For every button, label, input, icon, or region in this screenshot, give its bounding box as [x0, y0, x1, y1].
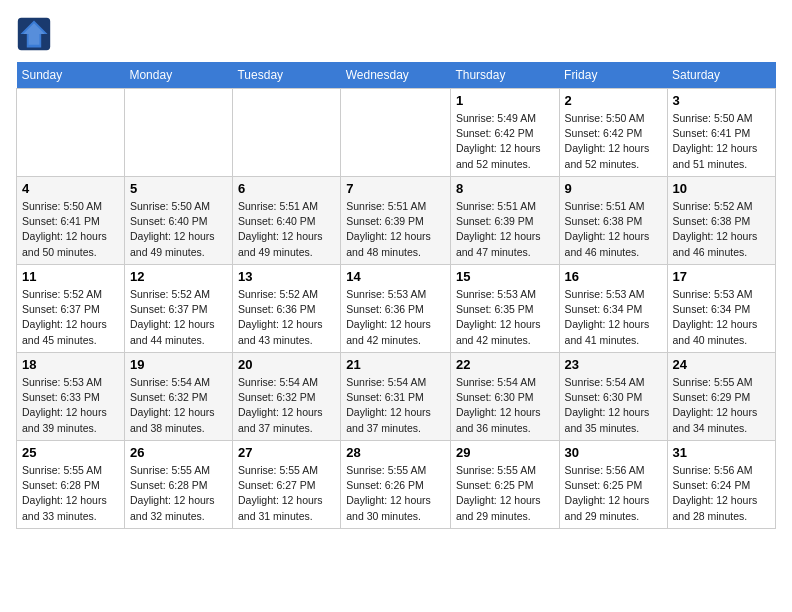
dow-header: Saturday — [667, 62, 776, 89]
day-info: Sunrise: 5:51 AM Sunset: 6:39 PM Dayligh… — [456, 199, 554, 260]
day-info: Sunrise: 5:54 AM Sunset: 6:30 PM Dayligh… — [565, 375, 662, 436]
page-header — [16, 16, 776, 52]
calendar-week: 1Sunrise: 5:49 AM Sunset: 6:42 PM Daylig… — [17, 89, 776, 177]
calendar-cell — [341, 89, 451, 177]
day-number: 8 — [456, 181, 554, 196]
day-number: 2 — [565, 93, 662, 108]
calendar-cell: 20Sunrise: 5:54 AM Sunset: 6:32 PM Dayli… — [232, 353, 340, 441]
calendar-cell — [124, 89, 232, 177]
day-info: Sunrise: 5:52 AM Sunset: 6:36 PM Dayligh… — [238, 287, 335, 348]
day-number: 22 — [456, 357, 554, 372]
day-number: 23 — [565, 357, 662, 372]
day-number: 4 — [22, 181, 119, 196]
calendar-cell: 19Sunrise: 5:54 AM Sunset: 6:32 PM Dayli… — [124, 353, 232, 441]
calendar-cell: 9Sunrise: 5:51 AM Sunset: 6:38 PM Daylig… — [559, 177, 667, 265]
day-info: Sunrise: 5:53 AM Sunset: 6:33 PM Dayligh… — [22, 375, 119, 436]
calendar-cell: 4Sunrise: 5:50 AM Sunset: 6:41 PM Daylig… — [17, 177, 125, 265]
calendar-cell: 17Sunrise: 5:53 AM Sunset: 6:34 PM Dayli… — [667, 265, 776, 353]
day-info: Sunrise: 5:53 AM Sunset: 6:36 PM Dayligh… — [346, 287, 445, 348]
calendar-week: 18Sunrise: 5:53 AM Sunset: 6:33 PM Dayli… — [17, 353, 776, 441]
dow-header: Sunday — [17, 62, 125, 89]
day-info: Sunrise: 5:52 AM Sunset: 6:37 PM Dayligh… — [22, 287, 119, 348]
calendar-cell — [232, 89, 340, 177]
day-number: 27 — [238, 445, 335, 460]
day-info: Sunrise: 5:50 AM Sunset: 6:41 PM Dayligh… — [673, 111, 771, 172]
calendar-cell: 16Sunrise: 5:53 AM Sunset: 6:34 PM Dayli… — [559, 265, 667, 353]
calendar-cell: 1Sunrise: 5:49 AM Sunset: 6:42 PM Daylig… — [450, 89, 559, 177]
day-number: 14 — [346, 269, 445, 284]
day-info: Sunrise: 5:50 AM Sunset: 6:42 PM Dayligh… — [565, 111, 662, 172]
day-info: Sunrise: 5:55 AM Sunset: 6:25 PM Dayligh… — [456, 463, 554, 524]
day-number: 10 — [673, 181, 771, 196]
day-info: Sunrise: 5:54 AM Sunset: 6:30 PM Dayligh… — [456, 375, 554, 436]
calendar-cell: 30Sunrise: 5:56 AM Sunset: 6:25 PM Dayli… — [559, 441, 667, 529]
day-number: 11 — [22, 269, 119, 284]
day-number: 28 — [346, 445, 445, 460]
day-info: Sunrise: 5:49 AM Sunset: 6:42 PM Dayligh… — [456, 111, 554, 172]
day-number: 18 — [22, 357, 119, 372]
day-number: 30 — [565, 445, 662, 460]
calendar-cell — [17, 89, 125, 177]
day-number: 25 — [22, 445, 119, 460]
calendar-cell: 2Sunrise: 5:50 AM Sunset: 6:42 PM Daylig… — [559, 89, 667, 177]
day-number: 5 — [130, 181, 227, 196]
day-number: 17 — [673, 269, 771, 284]
day-number: 31 — [673, 445, 771, 460]
day-info: Sunrise: 5:53 AM Sunset: 6:35 PM Dayligh… — [456, 287, 554, 348]
dow-header: Thursday — [450, 62, 559, 89]
day-info: Sunrise: 5:54 AM Sunset: 6:31 PM Dayligh… — [346, 375, 445, 436]
day-number: 20 — [238, 357, 335, 372]
calendar-cell: 14Sunrise: 5:53 AM Sunset: 6:36 PM Dayli… — [341, 265, 451, 353]
calendar-cell: 23Sunrise: 5:54 AM Sunset: 6:30 PM Dayli… — [559, 353, 667, 441]
calendar-cell: 12Sunrise: 5:52 AM Sunset: 6:37 PM Dayli… — [124, 265, 232, 353]
day-info: Sunrise: 5:56 AM Sunset: 6:24 PM Dayligh… — [673, 463, 771, 524]
calendar-cell: 27Sunrise: 5:55 AM Sunset: 6:27 PM Dayli… — [232, 441, 340, 529]
day-info: Sunrise: 5:56 AM Sunset: 6:25 PM Dayligh… — [565, 463, 662, 524]
logo-icon — [16, 16, 52, 52]
day-info: Sunrise: 5:50 AM Sunset: 6:41 PM Dayligh… — [22, 199, 119, 260]
day-info: Sunrise: 5:55 AM Sunset: 6:26 PM Dayligh… — [346, 463, 445, 524]
calendar-cell: 21Sunrise: 5:54 AM Sunset: 6:31 PM Dayli… — [341, 353, 451, 441]
calendar-cell: 26Sunrise: 5:55 AM Sunset: 6:28 PM Dayli… — [124, 441, 232, 529]
day-info: Sunrise: 5:54 AM Sunset: 6:32 PM Dayligh… — [238, 375, 335, 436]
calendar-cell: 29Sunrise: 5:55 AM Sunset: 6:25 PM Dayli… — [450, 441, 559, 529]
calendar-cell: 8Sunrise: 5:51 AM Sunset: 6:39 PM Daylig… — [450, 177, 559, 265]
calendar-cell: 24Sunrise: 5:55 AM Sunset: 6:29 PM Dayli… — [667, 353, 776, 441]
day-number: 26 — [130, 445, 227, 460]
day-info: Sunrise: 5:52 AM Sunset: 6:37 PM Dayligh… — [130, 287, 227, 348]
calendar-cell: 15Sunrise: 5:53 AM Sunset: 6:35 PM Dayli… — [450, 265, 559, 353]
day-number: 7 — [346, 181, 445, 196]
day-info: Sunrise: 5:55 AM Sunset: 6:28 PM Dayligh… — [130, 463, 227, 524]
calendar-table: SundayMondayTuesdayWednesdayThursdayFrid… — [16, 62, 776, 529]
calendar-cell: 5Sunrise: 5:50 AM Sunset: 6:40 PM Daylig… — [124, 177, 232, 265]
day-number: 6 — [238, 181, 335, 196]
day-number: 1 — [456, 93, 554, 108]
day-info: Sunrise: 5:51 AM Sunset: 6:39 PM Dayligh… — [346, 199, 445, 260]
calendar-cell: 18Sunrise: 5:53 AM Sunset: 6:33 PM Dayli… — [17, 353, 125, 441]
dow-header: Wednesday — [341, 62, 451, 89]
day-info: Sunrise: 5:53 AM Sunset: 6:34 PM Dayligh… — [673, 287, 771, 348]
day-info: Sunrise: 5:52 AM Sunset: 6:38 PM Dayligh… — [673, 199, 771, 260]
day-number: 29 — [456, 445, 554, 460]
day-number: 9 — [565, 181, 662, 196]
calendar-cell: 7Sunrise: 5:51 AM Sunset: 6:39 PM Daylig… — [341, 177, 451, 265]
day-info: Sunrise: 5:51 AM Sunset: 6:40 PM Dayligh… — [238, 199, 335, 260]
day-number: 19 — [130, 357, 227, 372]
calendar-cell: 11Sunrise: 5:52 AM Sunset: 6:37 PM Dayli… — [17, 265, 125, 353]
day-number: 3 — [673, 93, 771, 108]
dow-header: Tuesday — [232, 62, 340, 89]
day-number: 16 — [565, 269, 662, 284]
day-number: 15 — [456, 269, 554, 284]
day-info: Sunrise: 5:55 AM Sunset: 6:29 PM Dayligh… — [673, 375, 771, 436]
calendar-cell: 13Sunrise: 5:52 AM Sunset: 6:36 PM Dayli… — [232, 265, 340, 353]
calendar-cell: 28Sunrise: 5:55 AM Sunset: 6:26 PM Dayli… — [341, 441, 451, 529]
day-info: Sunrise: 5:55 AM Sunset: 6:27 PM Dayligh… — [238, 463, 335, 524]
calendar-week: 25Sunrise: 5:55 AM Sunset: 6:28 PM Dayli… — [17, 441, 776, 529]
calendar-cell: 31Sunrise: 5:56 AM Sunset: 6:24 PM Dayli… — [667, 441, 776, 529]
calendar-cell: 25Sunrise: 5:55 AM Sunset: 6:28 PM Dayli… — [17, 441, 125, 529]
day-number: 12 — [130, 269, 227, 284]
dow-header: Friday — [559, 62, 667, 89]
day-info: Sunrise: 5:50 AM Sunset: 6:40 PM Dayligh… — [130, 199, 227, 260]
calendar-cell: 22Sunrise: 5:54 AM Sunset: 6:30 PM Dayli… — [450, 353, 559, 441]
dow-header: Monday — [124, 62, 232, 89]
